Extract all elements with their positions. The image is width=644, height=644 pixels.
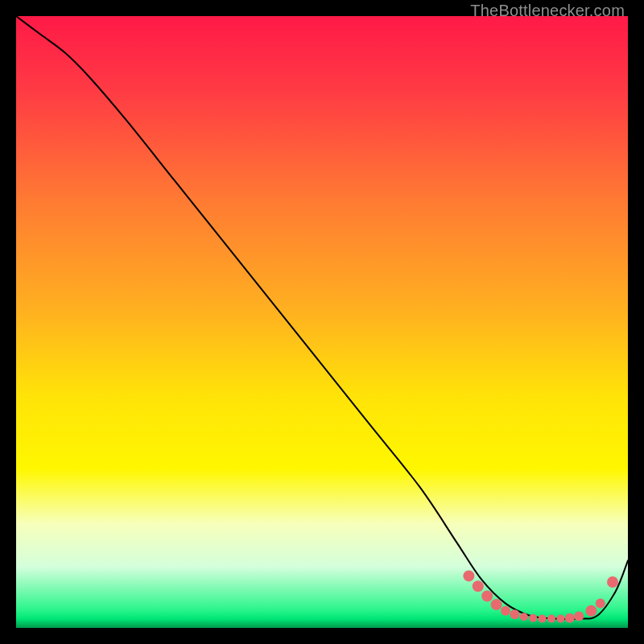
highlight-points: [463, 570, 618, 622]
highlight-point: [607, 576, 618, 588]
highlight-point: [585, 605, 597, 617]
highlight-point: [510, 609, 519, 619]
highlight-point: [473, 580, 484, 592]
highlight-point: [491, 599, 502, 610]
highlight-point: [539, 615, 547, 623]
highlight-point: [596, 599, 605, 609]
highlight-point: [481, 590, 493, 601]
chart-svg: [16, 16, 628, 628]
highlight-point: [501, 606, 510, 616]
highlight-point: [574, 612, 584, 621]
chart-stage: TheBottlenecker.com: [0, 0, 644, 644]
bottleneck-curve: [16, 16, 628, 619]
highlight-point: [520, 613, 528, 621]
plot-area: [16, 16, 628, 628]
highlight-point: [556, 615, 564, 623]
highlight-point: [547, 615, 555, 623]
highlight-point: [529, 614, 537, 622]
highlight-point: [565, 613, 575, 623]
highlight-point: [463, 570, 474, 581]
